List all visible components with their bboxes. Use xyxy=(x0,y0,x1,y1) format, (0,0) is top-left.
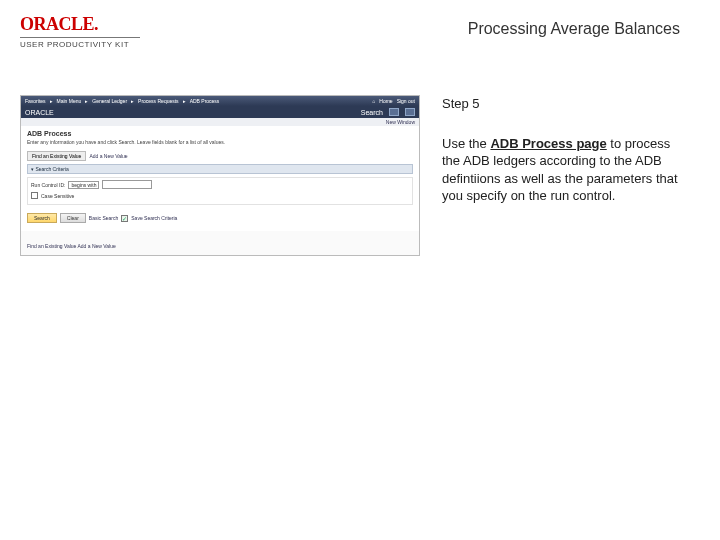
ss-brand-label: ORACLE xyxy=(25,109,54,116)
upk-label: USER PRODUCTIVITY KIT xyxy=(20,40,140,49)
run-control-input xyxy=(102,180,152,189)
ss-body: ADB Process Enter any information you ha… xyxy=(21,126,419,231)
clear-button: Clear xyxy=(60,213,86,223)
logo-divider xyxy=(20,37,140,38)
instr-pre: Use the xyxy=(442,136,490,151)
step-label: Step 5 xyxy=(442,95,682,113)
ss-home-icon: ⌂ xyxy=(372,98,375,104)
ss-search-label: Search xyxy=(361,109,383,116)
ss-tabs: Find an Existing Value Add a New Value xyxy=(27,151,413,161)
ss-signout-label: Sign out xyxy=(397,98,415,104)
save-criteria-link: Save Search Criteria xyxy=(131,215,177,221)
save-criteria-checkbox xyxy=(121,215,128,222)
basic-search-link: Basic Search xyxy=(89,215,118,221)
instruction-column: Step 5 Use the ADB Process page to proce… xyxy=(442,95,682,256)
crumb-gl: General Ledger xyxy=(92,98,127,104)
app-screenshot: Favorites▸ Main Menu▸ General Ledger▸ Pr… xyxy=(20,95,420,256)
operator-select: begins with xyxy=(68,181,99,189)
case-label: Case Sensitive xyxy=(41,193,74,199)
screenshot-column: Favorites▸ Main Menu▸ General Ledger▸ Pr… xyxy=(20,95,420,256)
ss-criteria-body: Run Control ID: begins with Case Sensiti… xyxy=(27,177,413,205)
oracle-logo: ORACLE. xyxy=(20,14,140,35)
tab-add: Add a New Value xyxy=(89,153,127,159)
ss-brand-bar: ORACLE Search xyxy=(21,106,419,118)
ss-footer-links: Find an Existing Value Add a New Value xyxy=(21,231,419,255)
ss-home-label: Home xyxy=(379,98,392,104)
content-row: Favorites▸ Main Menu▸ General Ledger▸ Pr… xyxy=(0,59,720,256)
crumb-adb: ADB Process xyxy=(190,98,220,104)
tab-find: Find an Existing Value xyxy=(27,151,86,161)
ss-search-criteria: ▾ Search Criteria xyxy=(27,164,413,174)
ss-breadcrumb-bar: Favorites▸ Main Menu▸ General Ledger▸ Pr… xyxy=(21,96,419,106)
slide-header: ORACLE. USER PRODUCTIVITY KIT Processing… xyxy=(0,0,720,59)
page-title: Processing Average Balances xyxy=(468,14,700,38)
nav-icon xyxy=(405,108,415,116)
instr-bold: ADB Process page xyxy=(490,136,606,151)
crumb-favorites: Favorites xyxy=(25,98,46,104)
run-control-label: Run Control ID: xyxy=(31,182,65,188)
search-button: Search xyxy=(27,213,57,223)
crumb-proc: Process Requests xyxy=(138,98,179,104)
flag-icon xyxy=(389,108,399,116)
ss-page-desc: Enter any information you have and click… xyxy=(27,139,413,145)
case-checkbox xyxy=(31,192,38,199)
crumb-main: Main Menu xyxy=(57,98,82,104)
ss-page-heading: ADB Process xyxy=(27,130,413,137)
oracle-logo-block: ORACLE. USER PRODUCTIVITY KIT xyxy=(20,14,140,49)
ss-button-row: Search Clear Basic Search Save Search Cr… xyxy=(27,213,413,223)
instruction-text: Use the ADB Process page to process the … xyxy=(442,135,682,205)
ss-new-window: New Window xyxy=(21,118,419,126)
